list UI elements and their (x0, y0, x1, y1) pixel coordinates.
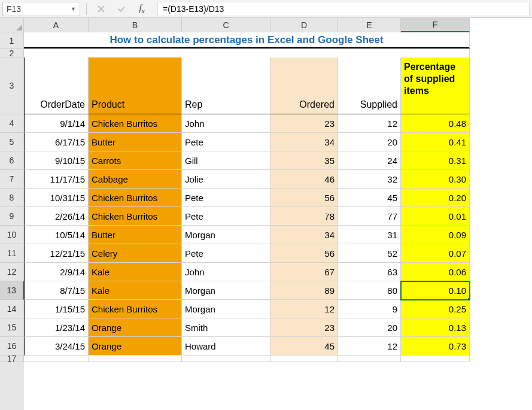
cell-B7[interactable]: Cabbage (89, 170, 182, 189)
cell-B16[interactable]: Orange (89, 337, 182, 356)
cell-E12[interactable]: 63 (338, 263, 401, 281)
cell-F13[interactable]: 0.10 (401, 281, 470, 300)
cell-E15[interactable]: 20 (338, 318, 401, 337)
fill-handle[interactable] (467, 297, 470, 300)
cell-A9[interactable]: 2/26/14 (24, 207, 89, 226)
cell-A10[interactable]: 10/5/14 (24, 226, 89, 244)
cell-E8[interactable]: 45 (338, 189, 401, 207)
cell[interactable] (24, 49, 89, 57)
cell-C16[interactable]: Howard (182, 337, 270, 356)
row-header-2[interactable]: 2 (0, 49, 24, 57)
cell-F15[interactable]: 0.13 (401, 318, 470, 337)
cell-B5[interactable]: Butter (89, 133, 182, 151)
row-header-11[interactable]: 11 (0, 244, 24, 263)
row-header-15[interactable]: 15 (0, 318, 24, 337)
row-header-5[interactable]: 5 (0, 133, 24, 151)
cell-E9[interactable]: 77 (338, 207, 401, 226)
column-header-C[interactable]: C (182, 18, 270, 32)
cell-C10[interactable]: Morgan (182, 226, 270, 244)
row-header-13[interactable]: 13 (0, 281, 24, 300)
cell-F7[interactable]: 0.30 (401, 170, 470, 189)
cell-F10[interactable]: 0.09 (401, 226, 470, 244)
cell-A14[interactable]: 1/15/15 (24, 300, 89, 318)
cell-E10[interactable]: 31 (338, 226, 401, 244)
select-all-corner[interactable] (0, 18, 24, 32)
cell-E5[interactable]: 20 (338, 133, 401, 151)
cell-B11[interactable]: Celery (89, 244, 182, 263)
cell-B9[interactable]: Chicken Burritos (89, 207, 182, 226)
table-header-B[interactable]: Product (89, 57, 182, 114)
cell[interactable] (338, 356, 401, 362)
row-header-10[interactable]: 10 (0, 226, 24, 244)
cell-B14[interactable]: Chicken Burritos (89, 300, 182, 318)
cell-D13[interactable]: 89 (270, 281, 338, 300)
cell-C12[interactable]: John (182, 263, 270, 281)
cell-F4[interactable]: 0.48 (401, 114, 470, 133)
cell[interactable] (270, 49, 338, 57)
cell-C5[interactable]: Pete (182, 133, 270, 151)
cell-D16[interactable]: 45 (270, 337, 338, 356)
cell[interactable] (24, 356, 89, 362)
cell[interactable] (182, 49, 270, 57)
row-header-14[interactable]: 14 (0, 300, 24, 318)
row-header-9[interactable]: 9 (0, 207, 24, 226)
table-header-D[interactable]: Ordered (270, 57, 338, 114)
row-header-12[interactable]: 12 (0, 263, 24, 281)
cell-A5[interactable]: 6/17/15 (24, 133, 89, 151)
cell-B4[interactable]: Chicken Burritos (89, 114, 182, 133)
cell-A12[interactable]: 2/9/14 (24, 263, 89, 281)
cell-D15[interactable]: 23 (270, 318, 338, 337)
table-header-C[interactable]: Rep (182, 57, 270, 114)
cell-B13[interactable]: Kale (89, 281, 182, 300)
cell-B10[interactable]: Butter (89, 226, 182, 244)
cell-D12[interactable]: 67 (270, 263, 338, 281)
table-header-F[interactable]: Percentage of supplied items (401, 57, 470, 114)
row-header-1[interactable]: 1 (0, 32, 24, 49)
cell-E13[interactable]: 80 (338, 281, 401, 300)
enter-formula-button[interactable] (113, 2, 130, 16)
cell-A6[interactable]: 9/10/15 (24, 151, 89, 170)
row-header-4[interactable]: 4 (0, 114, 24, 133)
cell-D11[interactable]: 56 (270, 244, 338, 263)
cell[interactable] (270, 356, 338, 362)
cell-F8[interactable]: 0.20 (401, 189, 470, 207)
row-header-8[interactable]: 8 (0, 189, 24, 207)
insert-function-button[interactable]: fx (133, 2, 150, 16)
cell-D7[interactable]: 46 (270, 170, 338, 189)
cell-C4[interactable]: John (182, 114, 270, 133)
cell-B6[interactable]: Carrots (89, 151, 182, 170)
name-box[interactable]: F13 ▼ (2, 2, 80, 16)
cell-C6[interactable]: Gill (182, 151, 270, 170)
cell-E7[interactable]: 32 (338, 170, 401, 189)
cell-D6[interactable]: 35 (270, 151, 338, 170)
cell-D5[interactable]: 34 (270, 133, 338, 151)
cell-F9[interactable]: 0.01 (401, 207, 470, 226)
cell-A15[interactable]: 1/23/14 (24, 318, 89, 337)
table-header-A[interactable]: OrderDate (24, 57, 89, 114)
cell-E16[interactable]: 12 (338, 337, 401, 356)
column-header-E[interactable]: E (338, 18, 401, 32)
cell-C9[interactable]: Pete (182, 207, 270, 226)
cell-A11[interactable]: 12/21/15 (24, 244, 89, 263)
cell-D4[interactable]: 23 (270, 114, 338, 133)
cell-F16[interactable]: 0.73 (401, 337, 470, 356)
cell-A4[interactable]: 9/1/14 (24, 114, 89, 133)
cell-D14[interactable]: 12 (270, 300, 338, 318)
cell-A8[interactable]: 10/31/15 (24, 189, 89, 207)
cell-E11[interactable]: 52 (338, 244, 401, 263)
cell-D10[interactable]: 34 (270, 226, 338, 244)
cell-F5[interactable]: 0.41 (401, 133, 470, 151)
page-title[interactable]: How to calculate percentages in Excel an… (24, 32, 470, 49)
row-header-3[interactable]: 3 (0, 57, 24, 114)
cell-E4[interactable]: 12 (338, 114, 401, 133)
formula-input[interactable]: =(D13-E13)/D13 (157, 2, 530, 16)
cell-A13[interactable]: 8/7/15 (24, 281, 89, 300)
cell-F6[interactable]: 0.31 (401, 151, 470, 170)
cell-F12[interactable]: 0.06 (401, 263, 470, 281)
cell[interactable] (89, 49, 182, 57)
cell[interactable] (338, 49, 401, 57)
cell-D9[interactable]: 78 (270, 207, 338, 226)
column-header-F[interactable]: F (401, 18, 470, 32)
cell-D8[interactable]: 56 (270, 189, 338, 207)
row-header-17[interactable]: 17 (0, 356, 24, 362)
